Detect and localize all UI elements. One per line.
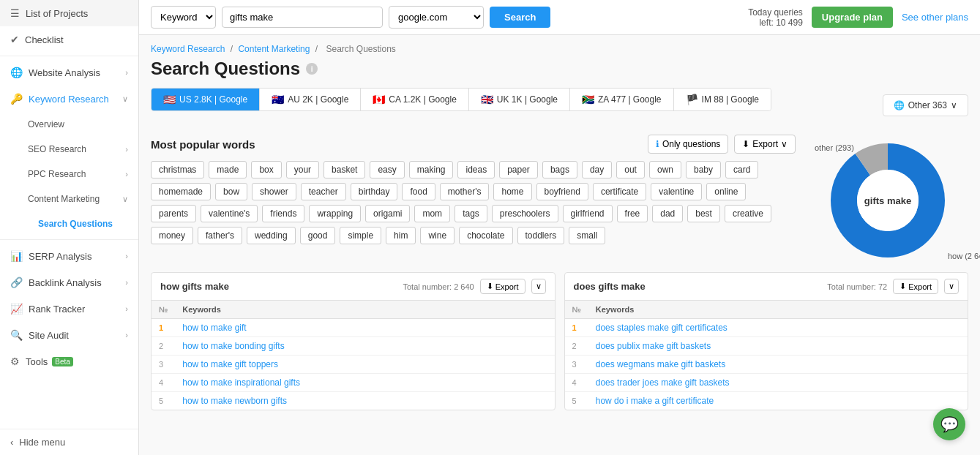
word-tag[interactable]: creative: [725, 205, 771, 222]
country-tab-uk[interactable]: 🇬🇧 UK 1K | Google: [469, 89, 570, 110]
keyword-link[interactable]: does trader joes make gift baskets: [596, 377, 730, 388]
sidebar-item-seo-research[interactable]: SEO Research ›: [0, 137, 138, 162]
sidebar-item-search-questions[interactable]: Search Questions: [0, 211, 138, 236]
word-tag[interactable]: basket: [323, 161, 365, 178]
word-tag[interactable]: wrapping: [309, 205, 361, 222]
word-tag[interactable]: teacher: [301, 183, 346, 200]
word-tag[interactable]: money: [151, 227, 193, 244]
word-tag[interactable]: toddlers: [517, 227, 565, 244]
chat-button[interactable]: 💬: [933, 408, 965, 440]
sidebar-item-rank-tracker[interactable]: 📈 Rank Tracker ›: [0, 296, 138, 322]
sidebar-item-keyword-research[interactable]: 🔑 Keyword Research ∨: [0, 86, 138, 112]
search-button[interactable]: Search: [490, 7, 550, 28]
word-tag[interactable]: boyfriend: [536, 183, 588, 200]
word-tag[interactable]: free: [617, 205, 648, 222]
keyword-input[interactable]: [222, 7, 383, 28]
row-keyword[interactable]: does publix make gift baskets: [588, 337, 968, 356]
see-plans-link[interactable]: See other plans: [902, 12, 968, 23]
word-tag[interactable]: made: [209, 161, 247, 178]
country-tab-ca[interactable]: 🇨🇦 CA 1.2K | Google: [361, 89, 469, 110]
info-icon[interactable]: i: [306, 63, 318, 75]
word-tag[interactable]: small: [569, 227, 605, 244]
sidebar-item-content-marketing[interactable]: Content Marketing ∨: [0, 187, 138, 211]
word-tag[interactable]: good: [300, 227, 336, 244]
row-keyword[interactable]: how to make inspirational gifts: [175, 374, 554, 392]
word-tag[interactable]: girlfriend: [563, 205, 613, 222]
word-tag[interactable]: food: [402, 183, 435, 200]
row-keyword[interactable]: how to make gift: [175, 319, 554, 337]
sidebar-item-ppc-research[interactable]: PPC Research ›: [0, 162, 138, 187]
row-keyword[interactable]: how to make bonding gifts: [175, 337, 554, 356]
word-tag[interactable]: valentine's: [201, 205, 258, 222]
export-popular-button[interactable]: ⬇ Export ∨: [734, 135, 796, 154]
export-left-dropdown[interactable]: ∨: [531, 279, 546, 294]
word-tag[interactable]: him: [386, 227, 416, 244]
word-tag[interactable]: friends: [262, 205, 304, 222]
word-tag[interactable]: online: [706, 183, 746, 200]
row-keyword[interactable]: how do i make a gift certificate: [588, 392, 968, 410]
row-keyword[interactable]: does wegmans make gift baskets: [588, 356, 968, 374]
word-tag[interactable]: origami: [365, 205, 410, 222]
keyword-link[interactable]: does wegmans make gift baskets: [596, 359, 725, 369]
keyword-type-select[interactable]: Keyword: [151, 6, 216, 29]
keyword-link[interactable]: how to make bonding gifts: [182, 341, 284, 351]
word-tag[interactable]: simple: [340, 227, 381, 244]
word-tag[interactable]: easy: [370, 161, 404, 178]
word-tag[interactable]: bow: [215, 183, 247, 200]
word-tag[interactable]: mother's: [440, 183, 490, 200]
word-tag[interactable]: parents: [151, 205, 196, 222]
word-tag[interactable]: tags: [455, 205, 487, 222]
sidebar-item-checklist[interactable]: ✔ Checklist: [0, 26, 138, 53]
country-tab-im[interactable]: 🏴 IM 88 | Google: [674, 89, 771, 110]
word-tag[interactable]: birthday: [351, 183, 398, 200]
sidebar-item-overview[interactable]: Overview: [0, 112, 138, 137]
row-keyword[interactable]: does trader joes make gift baskets: [588, 374, 968, 392]
country-tab-us[interactable]: 🇺🇸 US 2.8K | Google: [152, 89, 260, 110]
row-keyword[interactable]: how to make newborn gifts: [175, 392, 554, 410]
keyword-link[interactable]: how to make gift: [182, 323, 246, 333]
keyword-link[interactable]: does staples make gift certificates: [596, 323, 727, 333]
word-tag[interactable]: your: [286, 161, 319, 178]
sidebar-item-site-audit[interactable]: 🔍 Site Audit ›: [0, 322, 138, 348]
sidebar-item-list-projects[interactable]: ☰ List of Projects: [0, 0, 138, 26]
word-tag[interactable]: out: [616, 161, 645, 178]
word-tag[interactable]: christmas: [151, 161, 204, 178]
word-tag[interactable]: paper: [499, 161, 538, 178]
word-tag[interactable]: home: [493, 183, 531, 200]
export-right-dropdown[interactable]: ∨: [944, 279, 959, 294]
hide-menu-button[interactable]: ‹ Hide menu: [0, 429, 138, 455]
keyword-link[interactable]: how do i make a gift certificate: [596, 396, 714, 406]
keyword-link[interactable]: how to make gift toppers: [182, 359, 278, 369]
export-left-button[interactable]: ⬇ Export: [480, 279, 525, 294]
only-questions-button[interactable]: ℹ Only questions: [648, 135, 728, 154]
word-tag[interactable]: own: [649, 161, 681, 178]
word-tag[interactable]: day: [582, 161, 612, 178]
row-keyword[interactable]: how to make gift toppers: [175, 356, 554, 374]
word-tag[interactable]: dad: [652, 205, 683, 222]
word-tag[interactable]: valentine: [651, 183, 702, 200]
word-tag[interactable]: certificate: [593, 183, 646, 200]
word-tag[interactable]: bags: [542, 161, 577, 178]
word-tag[interactable]: homemade: [151, 183, 211, 200]
word-tag[interactable]: preschoolers: [492, 205, 558, 222]
word-tag[interactable]: chocolate: [459, 227, 512, 244]
word-tag[interactable]: best: [687, 205, 720, 222]
row-keyword[interactable]: does staples make gift certificates: [588, 319, 968, 337]
sidebar-item-website-analysis[interactable]: 🌐 Website Analysis ›: [0, 59, 138, 86]
word-tag[interactable]: box: [251, 161, 281, 178]
word-tag[interactable]: ideas: [457, 161, 495, 178]
word-tag[interactable]: wine: [420, 227, 455, 244]
breadcrumb-content-marketing[interactable]: Content Marketing: [238, 44, 310, 54]
export-right-button[interactable]: ⬇ Export: [893, 279, 938, 294]
keyword-link[interactable]: how to make inspirational gifts: [182, 377, 300, 388]
upgrade-button[interactable]: Upgrade plan: [812, 7, 893, 28]
google-select[interactable]: google.com: [389, 6, 484, 29]
word-tag[interactable]: mom: [414, 205, 450, 222]
sidebar-item-backlink-analysis[interactable]: 🔗 Backlink Analysis ›: [0, 269, 138, 296]
word-tag[interactable]: making: [409, 161, 454, 178]
other-countries-button[interactable]: 🌐 Other 363 ∨: [883, 94, 968, 116]
sidebar-item-tools[interactable]: ⚙ Tools Beta: [0, 348, 138, 375]
word-tag[interactable]: shower: [252, 183, 296, 200]
keyword-link[interactable]: does publix make gift baskets: [596, 341, 711, 351]
country-tab-za[interactable]: 🇿🇦 ZA 477 | Google: [570, 89, 674, 110]
